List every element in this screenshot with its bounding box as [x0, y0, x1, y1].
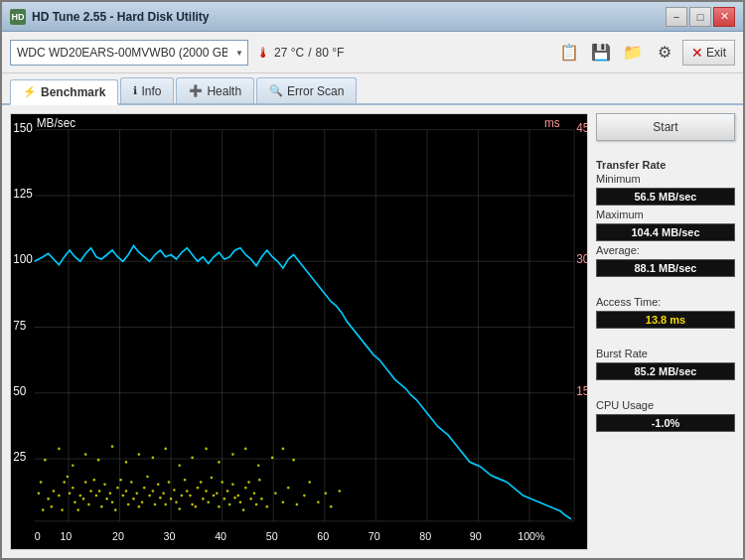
- svg-point-67: [109, 491, 112, 494]
- svg-point-51: [67, 476, 70, 479]
- info-tab-label: Info: [141, 84, 161, 98]
- tab-errorscan[interactable]: 🔍 Error Scan: [256, 77, 357, 103]
- temperature-celsius: 27 °C: [274, 46, 304, 60]
- svg-text:60: 60: [317, 530, 329, 542]
- copy-button[interactable]: 📋: [555, 39, 583, 67]
- svg-point-68: [116, 487, 119, 490]
- stats-panel: Start Transfer Rate Minimum 56.5 MB/sec …: [596, 113, 735, 550]
- svg-point-79: [141, 500, 144, 503]
- tab-info[interactable]: ℹ Info: [120, 77, 174, 103]
- folder-button[interactable]: 📁: [619, 39, 647, 67]
- svg-point-105: [211, 477, 214, 480]
- svg-point-96: [191, 503, 194, 506]
- svg-point-153: [282, 448, 285, 451]
- svg-point-85: [157, 484, 160, 487]
- svg-point-77: [135, 491, 138, 494]
- svg-point-112: [233, 496, 236, 499]
- svg-point-145: [178, 464, 181, 467]
- svg-point-132: [325, 491, 328, 494]
- svg-point-92: [181, 494, 184, 497]
- svg-point-115: [236, 494, 239, 497]
- app-icon: HD: [10, 9, 26, 25]
- temperature-fahrenheit: 80 °F: [316, 46, 345, 60]
- main-content: 150 125 100 75 50 25 45 30 15 MB/sec ms …: [2, 105, 743, 558]
- svg-point-98: [197, 487, 200, 490]
- svg-point-88: [170, 497, 173, 500]
- svg-point-56: [84, 481, 87, 484]
- exit-button[interactable]: ✕ Exit: [682, 40, 735, 66]
- svg-point-64: [105, 497, 108, 500]
- svg-point-57: [82, 497, 85, 500]
- svg-point-84: [159, 496, 162, 499]
- svg-point-116: [244, 487, 247, 490]
- svg-point-91: [173, 489, 176, 491]
- svg-point-99: [195, 505, 198, 508]
- svg-point-146: [191, 457, 194, 460]
- tab-bar: ⚡ Benchmark ℹ Info ➕ Health 🔍 Error Scan: [2, 73, 743, 105]
- svg-point-97: [189, 494, 192, 497]
- svg-point-140: [111, 445, 114, 448]
- svg-point-44: [47, 497, 50, 500]
- access-time-label: Access Time:: [596, 296, 735, 308]
- svg-point-76: [138, 505, 141, 508]
- svg-point-142: [138, 453, 141, 456]
- close-button[interactable]: ✕: [713, 7, 735, 27]
- svg-text:50: 50: [266, 530, 278, 542]
- svg-point-111: [226, 490, 229, 492]
- svg-text:20: 20: [112, 530, 124, 542]
- burst-rate-value: 85.2 MB/sec: [596, 362, 735, 380]
- svg-point-103: [205, 490, 208, 492]
- svg-text:40: 40: [215, 530, 226, 542]
- svg-point-60: [95, 494, 98, 497]
- maximize-button[interactable]: □: [689, 7, 711, 27]
- tab-benchmark[interactable]: ⚡ Benchmark: [10, 79, 118, 105]
- svg-text:150: 150: [13, 121, 33, 135]
- save-button[interactable]: 💾: [587, 39, 615, 67]
- burst-rate-section: Burst Rate 85.2 MB/sec: [596, 348, 735, 381]
- svg-text:30: 30: [576, 252, 587, 266]
- svg-text:125: 125: [13, 187, 33, 201]
- minimize-button[interactable]: −: [666, 7, 687, 27]
- svg-point-78: [143, 487, 146, 490]
- svg-point-72: [127, 503, 130, 506]
- drive-select[interactable]: WDC WD20EARS-00MVWB0 (2000 GB): [10, 40, 248, 66]
- maximum-value: 104.4 MB/sec: [596, 223, 735, 241]
- svg-point-135: [44, 459, 47, 462]
- svg-point-138: [84, 453, 87, 456]
- svg-point-118: [249, 497, 252, 500]
- svg-text:0: 0: [35, 530, 41, 542]
- start-button[interactable]: Start: [596, 113, 735, 141]
- svg-text:45: 45: [576, 121, 587, 135]
- svg-point-139: [97, 459, 100, 462]
- main-window: HD HD Tune 2.55 - Hard Disk Utility − □ …: [0, 0, 745, 560]
- svg-point-131: [317, 500, 320, 503]
- svg-point-123: [258, 479, 261, 482]
- svg-point-114: [239, 500, 242, 503]
- svg-text:10: 10: [60, 530, 72, 542]
- svg-point-119: [247, 481, 250, 484]
- svg-text:100: 100: [13, 252, 33, 266]
- health-tab-icon: ➕: [189, 84, 203, 97]
- svg-text:80: 80: [419, 530, 431, 542]
- svg-point-101: [200, 481, 203, 484]
- svg-text:MB/sec: MB/sec: [37, 116, 75, 130]
- svg-point-82: [154, 503, 157, 506]
- svg-point-62: [100, 505, 103, 508]
- svg-point-74: [132, 497, 135, 500]
- svg-text:25: 25: [13, 450, 26, 464]
- tab-health[interactable]: ➕ Health: [176, 77, 254, 103]
- svg-point-59: [87, 503, 90, 506]
- svg-point-107: [216, 491, 219, 494]
- toolbar-actions: 📋 💾 📁 ⚙ ✕ Exit: [555, 39, 735, 67]
- svg-point-124: [265, 505, 268, 508]
- svg-point-75: [130, 481, 133, 484]
- temperature-icon: 🌡: [256, 45, 270, 61]
- svg-point-69: [114, 508, 117, 511]
- svg-point-70: [121, 494, 124, 497]
- settings-button[interactable]: ⚙: [651, 39, 678, 67]
- svg-point-152: [271, 457, 274, 460]
- svg-point-47: [58, 494, 61, 497]
- svg-point-41: [38, 491, 41, 494]
- cpu-usage-section: CPU Usage -1.0%: [596, 399, 735, 433]
- info-tab-icon: ℹ: [133, 84, 137, 97]
